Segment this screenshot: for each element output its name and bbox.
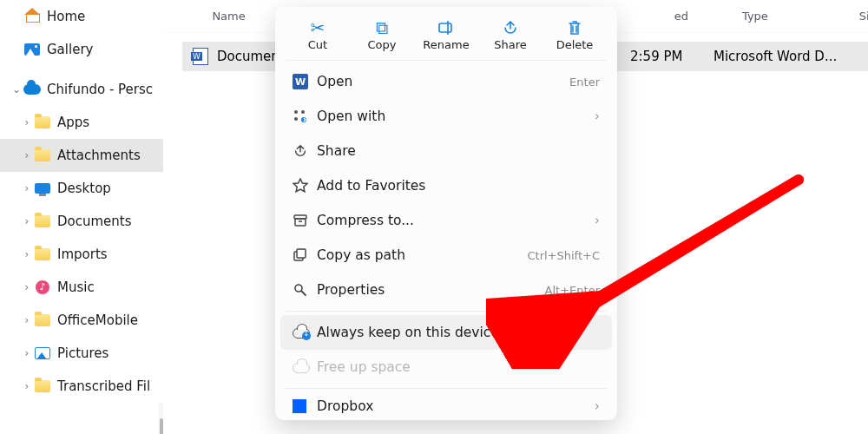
svg-rect-0	[439, 23, 451, 32]
svg-point-4	[294, 117, 298, 121]
delete-icon	[567, 17, 582, 38]
svg-rect-10	[297, 249, 306, 258]
menu-compress[interactable]: Compress to... ›	[280, 203, 612, 238]
col-name-header[interactable]: Name	[212, 10, 245, 23]
sidebar-item-pictures[interactable]: › Pictures	[0, 337, 163, 370]
sidebar-item-label: Chifundo - Persc	[47, 82, 153, 97]
sidebar-item-onedrive[interactable]: ⌄ Chifundo - Persc	[0, 73, 163, 106]
folder-icon	[33, 380, 52, 392]
chevron-right-icon[interactable]: ›	[21, 380, 33, 392]
label: Always keep on this device	[317, 325, 499, 340]
context-menu: ✂ Cut ⧉ Copy Rename Share Delete W Open …	[275, 7, 617, 420]
menu-open[interactable]: W Open Enter	[280, 64, 612, 99]
sidebar-item-label: Documents	[57, 214, 132, 229]
label: Cut	[308, 38, 327, 51]
copy-button[interactable]: ⧉ Copy	[355, 17, 409, 51]
chevron-right-icon[interactable]: ›	[21, 182, 33, 194]
sidebar-item-label: Desktop	[57, 181, 111, 196]
sidebar-item-label: OfficeMobile	[57, 312, 138, 328]
sidebar-item-home[interactable]: Home	[0, 0, 163, 33]
sidebar-item-apps[interactable]: › Apps	[0, 106, 163, 139]
menu-share[interactable]: Share	[280, 134, 612, 168]
shortcut: Ctrl+Shift+C	[527, 249, 600, 262]
col-size-header[interactable]: Size	[859, 10, 868, 23]
share-icon	[293, 143, 317, 159]
rename-icon	[437, 17, 456, 38]
chevron-right-icon: ›	[595, 398, 600, 414]
chevron-right-icon[interactable]: ›	[21, 347, 33, 359]
menu-always-keep[interactable]: Always keep on this device	[280, 315, 612, 350]
label: Rename	[423, 38, 469, 51]
svg-rect-7	[295, 219, 306, 226]
menu-add-favorites[interactable]: Add to Favorites	[280, 168, 612, 203]
home-icon	[23, 10, 42, 23]
sidebar-item-transcribed[interactable]: › Transcribed Fil	[0, 370, 163, 403]
chevron-right-icon: ›	[595, 108, 600, 124]
file-date: 2:59 PM	[630, 49, 682, 64]
svg-point-2	[294, 110, 298, 114]
sidebar-item-desktop[interactable]: › Desktop	[0, 172, 163, 205]
properties-icon	[293, 282, 317, 298]
sidebar-item-label: Pictures	[57, 345, 108, 361]
dropbox-icon	[293, 399, 317, 413]
col-modified-header-tail[interactable]: ed	[674, 10, 688, 23]
menu-properties[interactable]: Properties Alt+Enter	[280, 273, 612, 307]
sidebar-item-gallery[interactable]: Gallery	[0, 33, 163, 66]
cloud-icon	[293, 361, 317, 373]
rename-button[interactable]: Rename	[419, 17, 473, 51]
label: Open	[317, 74, 352, 89]
sidebar-item-imports[interactable]: › Imports	[0, 238, 163, 271]
label: Share	[494, 38, 527, 51]
menu-open-with[interactable]: Open with ›	[280, 99, 612, 134]
sidebar-item-label: Transcribed Fil	[57, 378, 150, 394]
cut-icon: ✂	[311, 17, 326, 38]
cloud-download-icon	[293, 326, 317, 339]
cut-button[interactable]: ✂ Cut	[291, 17, 345, 51]
menu-copy-path[interactable]: Copy as path Ctrl+Shift+C	[280, 238, 612, 273]
label: Dropbox	[317, 398, 373, 414]
chevron-right-icon[interactable]: ›	[21, 314, 33, 326]
sidebar-item-label: Gallery	[47, 42, 93, 57]
label: Add to Favorites	[317, 178, 425, 194]
folder-icon	[33, 248, 52, 260]
sidebar-item-documents[interactable]: › Documents	[0, 205, 163, 238]
share-button[interactable]: Share	[483, 17, 537, 51]
sidebar-item-label: Attachments	[57, 148, 141, 163]
chevron-right-icon[interactable]: ›	[21, 215, 33, 227]
menu-free-up-space: Free up space	[280, 350, 612, 385]
music-icon: ♪	[33, 280, 52, 294]
sidebar-item-music[interactable]: › ♪ Music	[0, 271, 163, 304]
folder-icon	[33, 149, 52, 161]
chevron-right-icon[interactable]: ›	[21, 281, 33, 293]
chevron-right-icon[interactable]: ›	[21, 116, 33, 128]
chevron-right-icon[interactable]: ›	[21, 149, 33, 161]
desktop-icon	[33, 183, 52, 194]
chevron-right-icon: ›	[595, 213, 600, 228]
chevron-down-icon[interactable]: ⌄	[10, 83, 23, 95]
delete-button[interactable]: Delete	[548, 17, 602, 51]
menu-dropbox[interactable]: Dropbox ›	[280, 392, 612, 420]
shortcut: Alt+Enter	[545, 284, 600, 297]
sidebar-item-label: Music	[57, 279, 95, 295]
nav-tree: Home Gallery ⌄ Chifundo - Persc › Apps ›…	[0, 0, 163, 434]
chevron-right-icon[interactable]: ›	[21, 248, 33, 260]
folder-icon	[33, 314, 52, 326]
separator	[286, 60, 607, 61]
sidebar-item-officemobile[interactable]: › OfficeMobile	[0, 304, 163, 337]
sidebar-item-label: Imports	[57, 247, 108, 262]
col-type-header[interactable]: Type	[742, 10, 768, 23]
sidebar-item-attachments[interactable]: › Attachments	[0, 139, 163, 172]
copy-path-icon	[293, 247, 317, 263]
context-menu-toolbar: ✂ Cut ⧉ Copy Rename Share Delete	[280, 14, 612, 60]
shortcut: Enter	[569, 76, 600, 89]
label: Delete	[556, 38, 594, 51]
open-with-icon	[293, 108, 317, 124]
label: Compress to...	[317, 213, 414, 228]
scrollbar-thumb[interactable]	[160, 418, 163, 434]
onedrive-icon	[23, 84, 42, 95]
svg-point-3	[301, 110, 305, 114]
label: Open with	[317, 108, 385, 124]
scrollbar-track[interactable]	[158, 403, 163, 434]
sidebar-item-label: Apps	[57, 115, 89, 130]
share-icon	[502, 17, 519, 38]
